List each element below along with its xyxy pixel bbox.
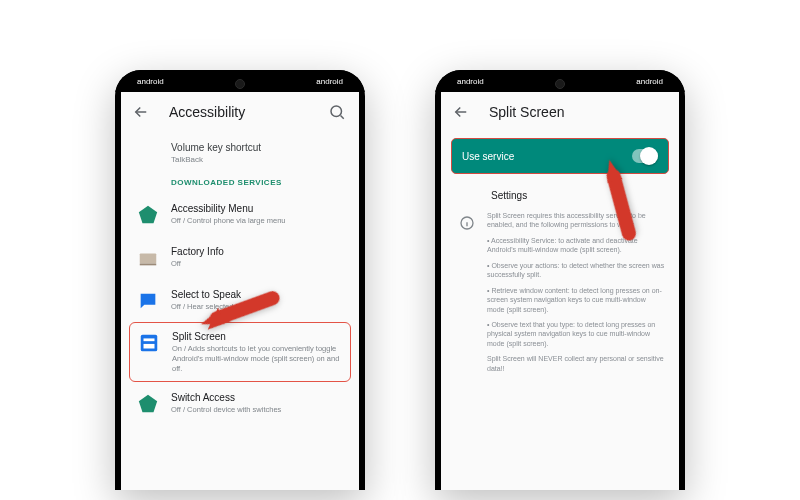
page-title: Accessibility bbox=[169, 104, 309, 120]
info-line: • Retrieve window content: to detect lon… bbox=[487, 286, 665, 314]
row-title: Select to Speak bbox=[171, 289, 248, 300]
row-select-to-speak[interactable]: Select to Speak Off / Hear selected text bbox=[121, 279, 359, 322]
status-right: android bbox=[636, 77, 663, 86]
row-title: Split Screen bbox=[172, 331, 344, 342]
app-bar: Accessibility bbox=[121, 92, 359, 132]
row-split-screen[interactable]: Split Screen On / Adds shortcuts to let … bbox=[129, 322, 351, 382]
row-title: Factory Info bbox=[171, 246, 224, 257]
use-service-toggle[interactable] bbox=[632, 149, 658, 163]
row-factory-info[interactable]: Factory Info Off bbox=[121, 236, 359, 279]
svg-rect-3 bbox=[140, 264, 157, 266]
phone-left: android android Accessibility Volume key… bbox=[115, 70, 365, 490]
row-accessibility-menu[interactable]: Accessibility Menu Off / Control phone v… bbox=[121, 193, 359, 236]
info-block: Split Screen requires this accessibility… bbox=[441, 207, 679, 379]
app-bar: Split Screen bbox=[441, 92, 679, 132]
row-subtitle: On / Adds shortcuts to let you convenien… bbox=[172, 344, 344, 373]
back-icon[interactable] bbox=[447, 98, 475, 126]
use-service-label: Use service bbox=[462, 151, 514, 162]
row-subtitle: Off / Hear selected text bbox=[171, 302, 248, 312]
info-line: • Observe text that you type: to detect … bbox=[487, 320, 665, 348]
row-switch-access[interactable]: Switch Access Off / Control device with … bbox=[121, 382, 359, 425]
factory-info-icon bbox=[137, 247, 159, 269]
row-title: Accessibility Menu bbox=[171, 203, 286, 214]
svg-marker-1 bbox=[139, 206, 157, 223]
row-subtitle: Off / Control device with switches bbox=[171, 405, 281, 415]
row-subtitle: TalkBack bbox=[171, 155, 343, 164]
svg-point-0 bbox=[331, 106, 342, 117]
use-service-banner[interactable]: Use service bbox=[451, 138, 669, 174]
svg-rect-4 bbox=[141, 335, 158, 352]
settings-label: Settings bbox=[441, 184, 679, 207]
info-line: • Observe your actions: to detect whethe… bbox=[487, 261, 665, 280]
status-left: android bbox=[137, 77, 164, 86]
switch-access-icon bbox=[137, 393, 159, 415]
split-screen-icon bbox=[138, 332, 160, 354]
row-subtitle: Off bbox=[171, 259, 224, 269]
accessibility-menu-icon bbox=[137, 204, 159, 226]
notch bbox=[206, 74, 274, 92]
phone-right: android android Split Screen Use service… bbox=[435, 70, 685, 490]
row-subtitle: Off / Control phone via large menu bbox=[171, 216, 286, 226]
screen: Accessibility Volume key shortcut TalkBa… bbox=[121, 92, 359, 490]
info-line: • Accessibility Service: to activate and… bbox=[487, 236, 665, 255]
svg-marker-7 bbox=[139, 395, 157, 412]
page-title: Split Screen bbox=[489, 104, 671, 120]
svg-rect-5 bbox=[144, 338, 155, 341]
back-icon[interactable] bbox=[127, 98, 155, 126]
info-line: Split Screen requires this accessibility… bbox=[487, 211, 665, 230]
row-title: Volume key shortcut bbox=[171, 142, 343, 153]
search-icon[interactable] bbox=[323, 98, 351, 126]
info-line: Split Screen will NEVER collect any pers… bbox=[487, 354, 665, 373]
notch bbox=[526, 74, 594, 92]
row-volume-shortcut[interactable]: Volume key shortcut TalkBack bbox=[121, 132, 359, 164]
info-icon bbox=[457, 213, 477, 233]
svg-rect-6 bbox=[144, 344, 155, 349]
svg-rect-2 bbox=[140, 253, 157, 263]
section-header: DOWNLOADED SERVICES bbox=[121, 164, 359, 193]
screen: Split Screen Use service Settings Split … bbox=[441, 92, 679, 490]
row-title: Switch Access bbox=[171, 392, 281, 403]
status-left: android bbox=[457, 77, 484, 86]
info-paragraphs: Split Screen requires this accessibility… bbox=[487, 211, 665, 379]
status-right: android bbox=[316, 77, 343, 86]
select-to-speak-icon bbox=[137, 290, 159, 312]
